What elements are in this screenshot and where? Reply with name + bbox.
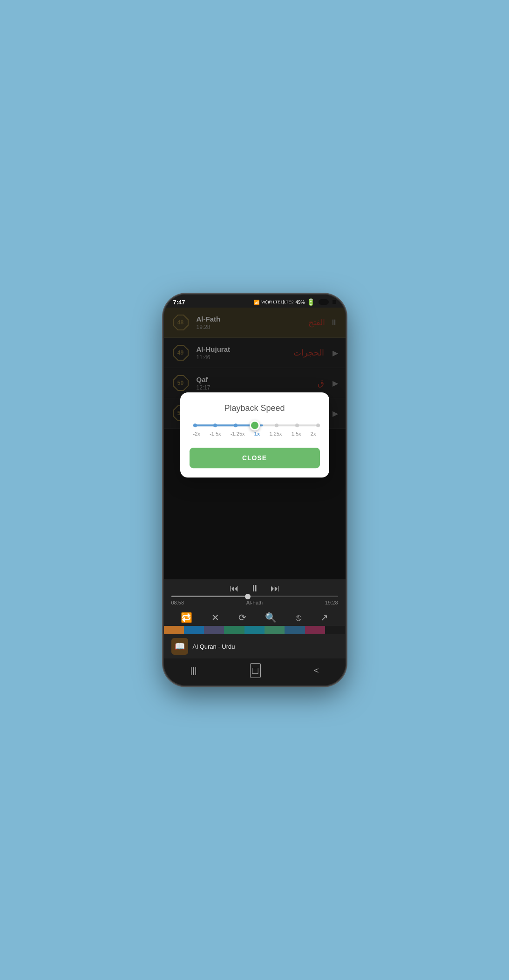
shuffle-icon[interactable]: ✕ (211, 612, 219, 623)
color-seg-1 (184, 626, 204, 634)
speed-label-6[interactable]: 2x (311, 431, 316, 436)
total-time: 19:28 (325, 600, 338, 605)
current-time: 08:58 (171, 600, 184, 605)
battery-indicator: 🔋 (307, 298, 315, 306)
status-time: 7:47 (173, 299, 185, 306)
speed-label-2[interactable]: -1.25x (231, 431, 245, 436)
color-seg-8 (325, 626, 345, 634)
slider-dot-0 (193, 423, 197, 427)
player-pause-icon[interactable]: ⏸ (250, 583, 259, 594)
signal-text: Vo))R LTE1|LTE2 (261, 300, 294, 304)
share-icon[interactable]: ⎋ (296, 612, 301, 623)
nav-bar: ||| □ < (164, 658, 346, 685)
history-icon[interactable]: ⟳ (238, 612, 246, 623)
slider-dot-2 (234, 423, 238, 427)
color-seg-5 (265, 626, 285, 634)
phone-frame: 7:47 📶 Vo))R LTE1|LTE2 49% 🔋 48 (164, 295, 346, 685)
color-seg-4 (244, 626, 265, 634)
speed-label-0[interactable]: -2x (193, 431, 200, 436)
player-area: ⏮ ⏸ ⏭ 08:58 Al-Fath 19:28 🔁 ✕ ⟳ (164, 579, 346, 658)
controls-row: 🔁 ✕ ⟳ 🔍 ⎋ ↗ (164, 607, 346, 626)
speed-slider-container[interactable]: -2x -1.5x -1.25x 1x 1.25x 1.5x 2x (190, 424, 320, 436)
next-icon[interactable]: ⏭ (271, 583, 280, 594)
recents-button[interactable]: ||| (190, 666, 197, 676)
repeat-icon[interactable]: 🔁 (181, 612, 192, 623)
progress-times: 08:58 Al-Fath 19:28 (164, 599, 346, 607)
slider-dot-6 (316, 423, 320, 427)
status-icons: 📶 Vo))R LTE1|LTE2 49% 🔋 (254, 298, 336, 306)
status-bar: 7:47 📶 Vo))R LTE1|LTE2 49% 🔋 (164, 295, 346, 308)
battery-icon: 49% (295, 300, 305, 305)
progress-fill (171, 596, 248, 597)
camera-placeholder (319, 299, 329, 305)
slider-track[interactable] (193, 424, 316, 426)
surah-list: 48 Al-Fath 19:28 الفتح ⏸ 49 Al-Hu (164, 308, 346, 579)
app-icon: 📖 (171, 638, 188, 655)
color-seg-6 (285, 626, 305, 634)
slider-dot-1 (213, 423, 217, 427)
home-button[interactable]: □ (250, 663, 261, 678)
color-bar (164, 626, 346, 634)
speed-label-1[interactable]: -1.5x (210, 431, 221, 436)
app-name: Al Quran - Urdu (193, 643, 235, 650)
slider-thumb[interactable] (250, 420, 260, 430)
color-seg-3 (224, 626, 244, 634)
speed-label-4[interactable]: 1.25x (269, 431, 282, 436)
external-icon[interactable]: ↗ (320, 612, 328, 623)
prev-icon[interactable]: ⏮ (230, 583, 239, 594)
color-seg-0 (164, 626, 184, 634)
progress-thumb[interactable] (245, 594, 251, 599)
front-camera-dot (333, 300, 336, 304)
wifi-icon: 📶 (254, 300, 259, 305)
screen: 7:47 📶 Vo))R LTE1|LTE2 49% 🔋 48 (164, 295, 346, 685)
back-button[interactable]: < (314, 666, 319, 676)
speed-label-5[interactable]: 1.5x (292, 431, 301, 436)
color-seg-7 (305, 626, 325, 634)
close-button[interactable]: CLOSE (190, 448, 320, 468)
modal-title: Playback Speed (190, 403, 320, 413)
track-title: Al-Fath (246, 600, 263, 605)
search-icon[interactable]: 🔍 (265, 612, 277, 623)
slider-dot-4 (275, 423, 278, 427)
slider-dot-5 (295, 423, 299, 427)
progress-bar-container[interactable] (164, 596, 346, 597)
progress-track[interactable] (171, 596, 338, 597)
speed-labels: -2x -1.5x -1.25x 1x 1.25x 1.5x 2x (193, 431, 316, 436)
color-seg-2 (204, 626, 224, 634)
playback-speed-modal: Playback Speed (180, 392, 329, 477)
speed-label-3[interactable]: 1x (254, 431, 260, 436)
app-row: 📖 Al Quran - Urdu (164, 634, 346, 658)
